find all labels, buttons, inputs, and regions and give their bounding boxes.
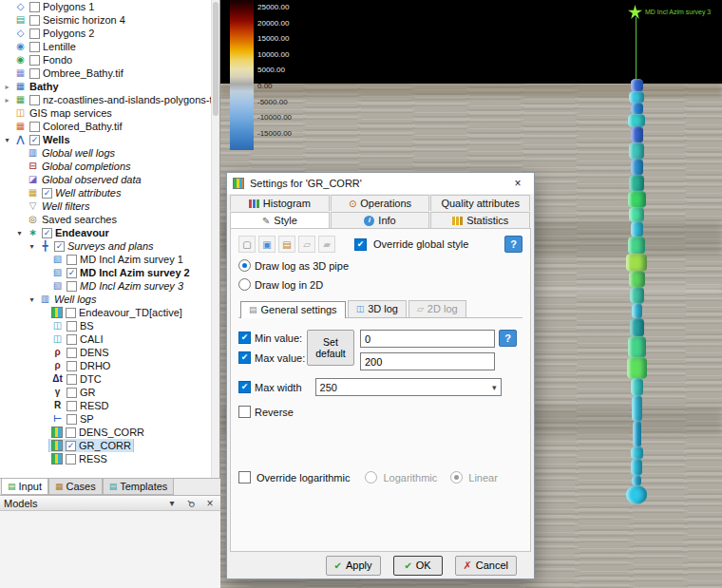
tree-item-checkbox[interactable]: [66, 334, 77, 345]
expand-arrow-icon[interactable]: [2, 83, 12, 91]
set-default-button[interactable]: Set default: [307, 330, 354, 366]
tree-item-ombree-bathy-tif[interactable]: ▦Ombree_Bathy.tif: [0, 66, 212, 80]
tree-item-checkbox[interactable]: [66, 427, 76, 438]
tree-item-checkbox[interactable]: [66, 414, 77, 425]
tree-item-gr[interactable]: γGR: [0, 386, 212, 399]
tree-item-bs[interactable]: ◫BS: [0, 319, 212, 332]
tree-item-checkbox[interactable]: [29, 68, 40, 79]
collapse-arrow-icon[interactable]: [14, 229, 25, 237]
help-button[interactable]: ?: [504, 236, 522, 253]
tree-item-checkbox[interactable]: [66, 255, 77, 265]
tree-item-fondo[interactable]: ◉Fondo: [0, 53, 212, 66]
tree-item-saved-searches[interactable]: ◎Saved searches: [0, 213, 212, 226]
well-log-pipe[interactable]: [610, 80, 663, 504]
tab-quality-attributes[interactable]: Quality attributes: [430, 195, 530, 211]
tree-item-checkbox[interactable]: [66, 321, 77, 332]
tree-item-polygons-1[interactable]: ◇Polygons 1: [0, 0, 212, 13]
tree-item-checkbox[interactable]: [42, 228, 52, 238]
override-logarithmic-checkbox[interactable]: [238, 471, 251, 484]
tree-item-cali[interactable]: ◫CALI: [0, 332, 212, 346]
tab-templates[interactable]: Templates: [103, 479, 175, 495]
tree-item-checkbox[interactable]: [66, 401, 77, 411]
tree-item-drho[interactable]: ρDRHO: [0, 359, 212, 372]
tree-item-checkbox[interactable]: [29, 42, 40, 52]
tree-item-checkbox[interactable]: [66, 441, 76, 451]
tree-item-sp[interactable]: ⊢SP: [0, 412, 212, 426]
subtab-3d-log[interactable]: 3D log: [348, 300, 407, 317]
tree-item-well-attributes[interactable]: ▦Well attributes: [0, 186, 212, 199]
apply-button[interactable]: Apply: [326, 556, 381, 576]
tree-item-endeavour[interactable]: ∗Endeavour: [0, 226, 212, 239]
models-panel-header[interactable]: Models: [0, 495, 220, 511]
tab-histogram[interactable]: Histogram: [230, 195, 330, 211]
tab-input[interactable]: Input: [1, 479, 48, 495]
tree-item-checkbox[interactable]: [66, 281, 77, 292]
paste-style-icon[interactable]: [278, 236, 295, 253]
subtab-general-settings[interactable]: General settings: [240, 301, 346, 318]
tab-operations[interactable]: Operations: [331, 195, 430, 211]
expand-arrow-icon[interactable]: [2, 96, 12, 104]
help-button[interactable]: ?: [499, 330, 517, 347]
tree-item-endeavour-td-active[interactable]: Endeavour_TD[active]: [0, 306, 212, 319]
new-style-icon[interactable]: [238, 236, 256, 253]
tree-item-md-incl-azim-survey-3[interactable]: ▧MD Incl Azim survey 3: [0, 279, 212, 293]
tree-item-seismic-horizon-4[interactable]: ▤Seismic horizon 4: [0, 13, 212, 27]
tree-item-checkbox[interactable]: [66, 308, 76, 318]
tree-item-checkbox[interactable]: [66, 361, 77, 371]
tree-item-checkbox[interactable]: [29, 135, 40, 145]
tree-item-dens[interactable]: ρDENS: [0, 346, 212, 359]
open-style-folder-icon[interactable]: [298, 236, 315, 253]
reverse-checkbox[interactable]: [238, 406, 251, 418]
tree-item-dens-corr[interactable]: DENS_CORR: [0, 426, 212, 439]
tree-item-checkbox[interactable]: [29, 15, 40, 26]
tree-item-md-incl-azim-survey-2[interactable]: ▧MD Incl Azim survey 2: [0, 266, 212, 279]
tree-item-checkbox[interactable]: [66, 268, 77, 278]
tab-style[interactable]: Style: [230, 212, 330, 228]
close-icon[interactable]: [504, 174, 532, 193]
copy-style-icon[interactable]: [258, 236, 276, 253]
collapse-arrow-icon[interactable]: [27, 295, 37, 304]
tree-item-gr-corr[interactable]: GR_CORR: [0, 439, 212, 452]
tree-item-dtc[interactable]: ΔtDTC: [0, 372, 212, 386]
tree-item-checkbox[interactable]: [54, 241, 65, 252]
min-value-input[interactable]: [360, 330, 495, 348]
tree-item-checkbox[interactable]: [66, 374, 77, 385]
draw-3d-pipe-option[interactable]: Draw log as 3D pipe: [238, 257, 522, 274]
collapse-arrow-icon[interactable]: [2, 136, 12, 144]
tree-item-well-logs[interactable]: ▥Well logs: [0, 293, 212, 306]
max-width-checkbox[interactable]: [238, 381, 251, 393]
chevron-down-icon[interactable]: [165, 499, 179, 508]
tree-item-checkbox[interactable]: [42, 188, 52, 199]
scrollbar-thumb[interactable]: [213, 2, 218, 116]
save-style-folder-icon[interactable]: [318, 236, 335, 253]
tree-item-global-well-logs[interactable]: ▥Global well logs: [0, 146, 212, 160]
tree-item-md-incl-azim-survey-1[interactable]: ▧MD Incl Azim survey 1: [0, 253, 212, 266]
tree-item-checkbox[interactable]: [66, 454, 76, 465]
linear-radio[interactable]: [450, 471, 463, 484]
tree-scrollbar[interactable]: [211, 0, 219, 478]
tree-item-checkbox[interactable]: [66, 348, 77, 358]
tree-item-checkbox[interactable]: [29, 28, 40, 39]
tree-item-global-observed-data[interactable]: ◪Global observed data: [0, 173, 212, 186]
tree-item-gis-map-services[interactable]: ◫GIS map services: [0, 106, 212, 120]
min-value-checkbox[interactable]: [238, 332, 251, 344]
subtab-2d-log[interactable]: 2D log: [408, 300, 466, 317]
tree-item-wells[interactable]: ⋀Wells: [0, 133, 212, 146]
draw-3d-pipe-radio[interactable]: [238, 259, 251, 272]
tree-item-polygons-2[interactable]: ◇Polygons 2: [0, 27, 212, 40]
pin-icon[interactable]: [184, 499, 198, 508]
tree-item-checkbox[interactable]: [29, 122, 40, 132]
tree-item-colored-bathy-tif[interactable]: ▦Colored_Bathy.tif: [0, 120, 212, 133]
max-value-input[interactable]: [360, 352, 495, 370]
tree-item-global-completions[interactable]: ⊟Global completions: [0, 160, 212, 173]
tree-item-surveys-and-plans[interactable]: ╋Surveys and plans: [0, 239, 212, 253]
tab-info[interactable]: i Info: [331, 212, 430, 228]
tree-item-checkbox[interactable]: [29, 2, 40, 12]
tree-item-well-filters[interactable]: ▽Well filters: [0, 199, 212, 213]
tree-item-checkbox[interactable]: [66, 388, 77, 398]
logarithmic-radio[interactable]: [365, 471, 377, 484]
tree-item-bathy[interactable]: ▦Bathy: [0, 80, 212, 93]
override-global-style-checkbox[interactable]: [354, 238, 367, 251]
tab-cases[interactable]: Cases: [48, 479, 103, 495]
tree-item-nz-coastlines-and-islands-polygons-topo-150[interactable]: ▦nz-coastlines-and-islands-polygons-topo…: [0, 93, 212, 106]
